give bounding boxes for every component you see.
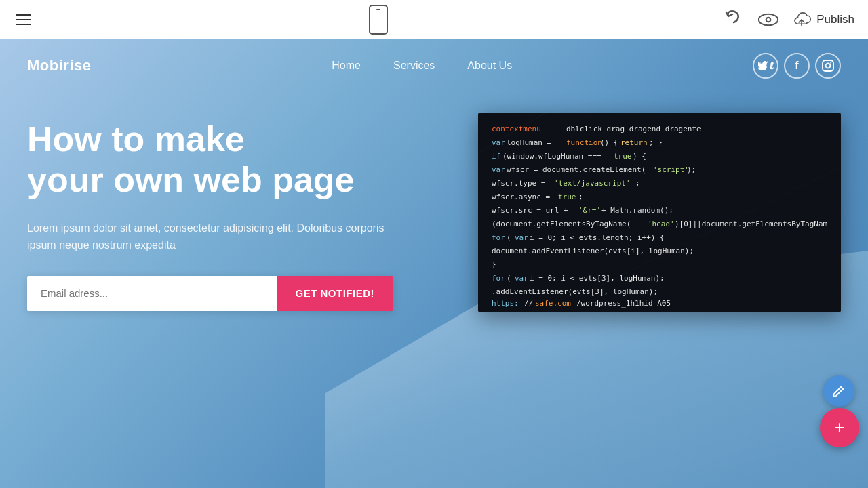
site-nav: Mobirise Home Services About Us 𝕥 f bbox=[0, 39, 868, 92]
undo-button[interactable] bbox=[723, 9, 745, 30]
svg-text:true: true bbox=[614, 152, 632, 161]
nav-services[interactable]: Services bbox=[377, 54, 451, 77]
svg-text:'head': 'head' bbox=[648, 220, 675, 228]
svg-text:var: var bbox=[515, 233, 528, 242]
svg-point-5 bbox=[830, 62, 831, 64]
svg-text:var: var bbox=[492, 165, 505, 174]
svg-text:https:: https: bbox=[492, 299, 519, 308]
svg-text:(: ( bbox=[507, 274, 511, 283]
svg-text:/wordpress_1h1hid-A05: /wordpress_1h1hid-A05 bbox=[576, 299, 671, 308]
hero-headline: How to make your own web page bbox=[27, 119, 393, 201]
svg-text:i = 0; i < evts[3], logHuman);: i = 0; i < evts[3], logHuman); bbox=[530, 274, 665, 283]
svg-text:i = 0; i < evts.length; i++) {: i = 0; i < evts.length; i++) { bbox=[530, 233, 665, 242]
svg-text:(document.getElementsByTagName: (document.getElementsByTagName( bbox=[492, 220, 631, 228]
svg-text:'&r=': '&r=' bbox=[578, 206, 601, 215]
instagram-icon[interactable] bbox=[815, 53, 841, 79]
notify-button[interactable]: GET NOTIFIED! bbox=[277, 276, 394, 311]
svg-text:var: var bbox=[492, 138, 505, 147]
svg-text:) {: ) { bbox=[633, 152, 646, 161]
svg-point-0 bbox=[759, 14, 778, 25]
facebook-icon[interactable]: f bbox=[784, 53, 810, 79]
svg-text:dblclick drag dragend dragente: dblclick drag dragend dragente bbox=[566, 125, 701, 134]
svg-text:}: } bbox=[492, 260, 496, 269]
site-logo: Mobirise bbox=[27, 57, 91, 75]
svg-text:() {: () { bbox=[600, 138, 618, 147]
hamburger-menu-button[interactable] bbox=[14, 12, 34, 28]
mobile-preview-button[interactable] bbox=[369, 5, 388, 35]
svg-text:'script': 'script' bbox=[653, 165, 689, 174]
nav-about[interactable]: About Us bbox=[451, 54, 528, 77]
hero-headline-line1: How to make bbox=[27, 119, 245, 159]
plus-icon: + bbox=[834, 418, 845, 437]
svg-text:function: function bbox=[566, 138, 602, 147]
nav-home[interactable]: Home bbox=[315, 54, 377, 77]
svg-text:logHuman =: logHuman = bbox=[507, 138, 552, 147]
hero-text: How to make your own web page Lorem ipsu… bbox=[27, 119, 393, 311]
preview-button[interactable] bbox=[758, 12, 778, 27]
pencil-icon bbox=[832, 384, 846, 398]
social-icons: 𝕥 f bbox=[753, 53, 841, 79]
svg-text:for: for bbox=[492, 274, 505, 283]
page-content: Mobirise Home Services About Us 𝕥 f bbox=[0, 39, 868, 488]
hero-content: How to make your own web page Lorem ipsu… bbox=[0, 92, 868, 312]
eye-icon bbox=[758, 12, 778, 27]
svg-text:(: ( bbox=[507, 233, 511, 242]
svg-text:'text/javascript': 'text/javascript' bbox=[554, 179, 631, 188]
svg-point-4 bbox=[825, 64, 830, 68]
svg-text:)[0]||document.getElementsByTa: )[0]||document.getElementsByTagNam bbox=[675, 220, 828, 228]
svg-text:;: ; bbox=[635, 179, 640, 188]
svg-text:if: if bbox=[492, 152, 500, 161]
svg-text:contextmenu: contextmenu bbox=[492, 125, 541, 134]
publish-button[interactable]: Publish bbox=[792, 12, 854, 27]
svg-text:for: for bbox=[492, 233, 505, 242]
svg-text:;: ; bbox=[578, 192, 583, 201]
hero-subtext: Lorem ipsum dolor sit amet, consectetur … bbox=[27, 220, 387, 254]
publish-cloud-icon bbox=[792, 12, 811, 27]
svg-text:.addEventListener(evts[3], log: .addEventListener(evts[3], logHuman); bbox=[492, 287, 658, 296]
code-image-svg: contextmenu dblclick drag dragend dragen… bbox=[478, 113, 841, 312]
code-screenshot: contextmenu dblclick drag dragend dragen… bbox=[478, 113, 841, 312]
svg-text:var: var bbox=[515, 274, 528, 283]
edit-fab-button[interactable] bbox=[823, 375, 854, 407]
svg-text:wfscr = document.createElement: wfscr = document.createElement( bbox=[507, 165, 646, 174]
twitter-icon[interactable]: 𝕥 bbox=[753, 53, 778, 79]
svg-rect-3 bbox=[823, 60, 833, 71]
nav-links: Home Services About Us bbox=[315, 54, 528, 77]
hero-headline-line2: your own web page bbox=[27, 160, 355, 199]
svg-text://: // bbox=[524, 299, 533, 308]
svg-text:wfscr.type =: wfscr.type = bbox=[492, 179, 546, 188]
add-fab-button[interactable]: + bbox=[820, 408, 859, 447]
undo-icon bbox=[723, 9, 745, 30]
svg-text:wfscr.async =: wfscr.async = bbox=[492, 192, 550, 201]
svg-text:; }: ; } bbox=[649, 138, 663, 147]
svg-text:return: return bbox=[620, 138, 648, 147]
svg-point-1 bbox=[766, 17, 771, 22]
svg-text:+ Math.random();: + Math.random(); bbox=[601, 206, 673, 215]
email-input[interactable] bbox=[27, 276, 277, 311]
publish-label: Publish bbox=[816, 13, 854, 26]
email-form: GET NOTIFIED! bbox=[27, 276, 393, 311]
svg-text:true: true bbox=[558, 192, 576, 201]
svg-text:safe.com: safe.com bbox=[535, 299, 571, 308]
svg-text:wfscr.src = url +: wfscr.src = url + bbox=[492, 206, 568, 215]
svg-text:(window.wfLogHuman ===: (window.wfLogHuman === bbox=[502, 152, 601, 161]
toolbar: Publish bbox=[0, 0, 868, 39]
svg-text:);: ); bbox=[687, 165, 696, 174]
